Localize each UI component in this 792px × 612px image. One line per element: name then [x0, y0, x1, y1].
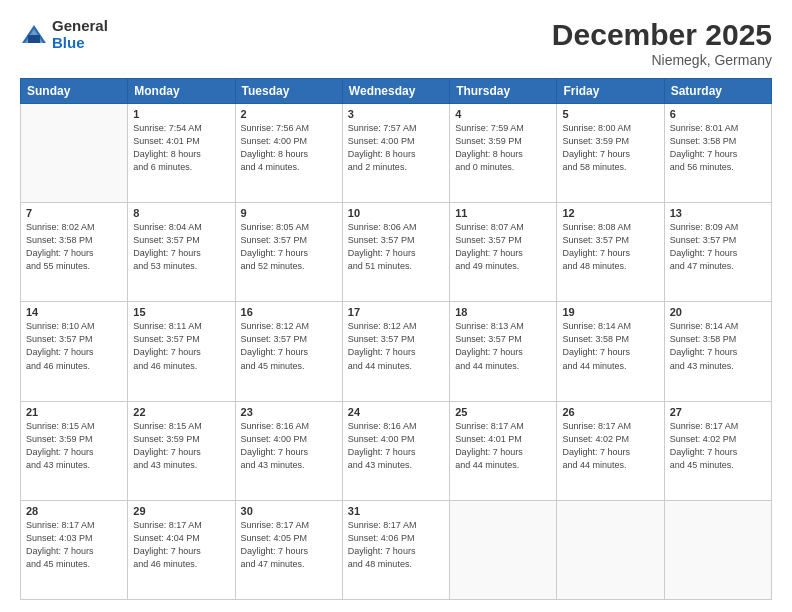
day-number: 17 [348, 306, 444, 318]
table-row: 20Sunrise: 8:14 AM Sunset: 3:58 PM Dayli… [664, 302, 771, 401]
table-row: 1Sunrise: 7:54 AM Sunset: 4:01 PM Daylig… [128, 104, 235, 203]
day-info: Sunrise: 8:07 AM Sunset: 3:57 PM Dayligh… [455, 221, 551, 273]
table-row: 27Sunrise: 8:17 AM Sunset: 4:02 PM Dayli… [664, 401, 771, 500]
day-number: 19 [562, 306, 658, 318]
table-row: 2Sunrise: 7:56 AM Sunset: 4:00 PM Daylig… [235, 104, 342, 203]
day-info: Sunrise: 8:15 AM Sunset: 3:59 PM Dayligh… [26, 420, 122, 472]
day-info: Sunrise: 7:56 AM Sunset: 4:00 PM Dayligh… [241, 122, 337, 174]
col-saturday: Saturday [664, 79, 771, 104]
table-row: 14Sunrise: 8:10 AM Sunset: 3:57 PM Dayli… [21, 302, 128, 401]
table-row [21, 104, 128, 203]
day-info: Sunrise: 8:17 AM Sunset: 4:06 PM Dayligh… [348, 519, 444, 571]
col-monday: Monday [128, 79, 235, 104]
table-row: 17Sunrise: 8:12 AM Sunset: 3:57 PM Dayli… [342, 302, 449, 401]
table-row: 15Sunrise: 8:11 AM Sunset: 3:57 PM Dayli… [128, 302, 235, 401]
table-row: 16Sunrise: 8:12 AM Sunset: 3:57 PM Dayli… [235, 302, 342, 401]
day-number: 27 [670, 406, 766, 418]
table-row [557, 500, 664, 599]
table-row: 8Sunrise: 8:04 AM Sunset: 3:57 PM Daylig… [128, 203, 235, 302]
table-row: 3Sunrise: 7:57 AM Sunset: 4:00 PM Daylig… [342, 104, 449, 203]
day-number: 28 [26, 505, 122, 517]
table-row: 22Sunrise: 8:15 AM Sunset: 3:59 PM Dayli… [128, 401, 235, 500]
day-info: Sunrise: 8:16 AM Sunset: 4:00 PM Dayligh… [348, 420, 444, 472]
calendar-week-row: 1Sunrise: 7:54 AM Sunset: 4:01 PM Daylig… [21, 104, 772, 203]
calendar-header-row: Sunday Monday Tuesday Wednesday Thursday… [21, 79, 772, 104]
calendar-table: Sunday Monday Tuesday Wednesday Thursday… [20, 78, 772, 600]
table-row: 6Sunrise: 8:01 AM Sunset: 3:58 PM Daylig… [664, 104, 771, 203]
table-row: 7Sunrise: 8:02 AM Sunset: 3:58 PM Daylig… [21, 203, 128, 302]
logo-text: General Blue [52, 18, 108, 51]
day-number: 18 [455, 306, 551, 318]
day-number: 23 [241, 406, 337, 418]
table-row: 25Sunrise: 8:17 AM Sunset: 4:01 PM Dayli… [450, 401, 557, 500]
day-number: 13 [670, 207, 766, 219]
month-title: December 2025 [552, 18, 772, 52]
day-number: 3 [348, 108, 444, 120]
logo-general-text: General [52, 18, 108, 35]
day-info: Sunrise: 8:09 AM Sunset: 3:57 PM Dayligh… [670, 221, 766, 273]
day-number: 30 [241, 505, 337, 517]
table-row [450, 500, 557, 599]
day-info: Sunrise: 8:05 AM Sunset: 3:57 PM Dayligh… [241, 221, 337, 273]
day-number: 6 [670, 108, 766, 120]
day-number: 20 [670, 306, 766, 318]
day-info: Sunrise: 8:16 AM Sunset: 4:00 PM Dayligh… [241, 420, 337, 472]
calendar-week-row: 14Sunrise: 8:10 AM Sunset: 3:57 PM Dayli… [21, 302, 772, 401]
logo-blue-text: Blue [52, 35, 108, 52]
day-number: 12 [562, 207, 658, 219]
col-thursday: Thursday [450, 79, 557, 104]
day-number: 8 [133, 207, 229, 219]
table-row: 29Sunrise: 8:17 AM Sunset: 4:04 PM Dayli… [128, 500, 235, 599]
day-info: Sunrise: 8:17 AM Sunset: 4:03 PM Dayligh… [26, 519, 122, 571]
logo: General Blue [20, 18, 108, 51]
svg-marker-2 [28, 35, 40, 43]
calendar-week-row: 7Sunrise: 8:02 AM Sunset: 3:58 PM Daylig… [21, 203, 772, 302]
day-info: Sunrise: 7:57 AM Sunset: 4:00 PM Dayligh… [348, 122, 444, 174]
table-row: 23Sunrise: 8:16 AM Sunset: 4:00 PM Dayli… [235, 401, 342, 500]
day-info: Sunrise: 8:12 AM Sunset: 3:57 PM Dayligh… [348, 320, 444, 372]
day-number: 5 [562, 108, 658, 120]
day-number: 9 [241, 207, 337, 219]
day-number: 31 [348, 505, 444, 517]
day-info: Sunrise: 8:11 AM Sunset: 3:57 PM Dayligh… [133, 320, 229, 372]
day-info: Sunrise: 8:00 AM Sunset: 3:59 PM Dayligh… [562, 122, 658, 174]
day-number: 15 [133, 306, 229, 318]
logo-icon [20, 21, 48, 49]
day-info: Sunrise: 8:17 AM Sunset: 4:01 PM Dayligh… [455, 420, 551, 472]
day-info: Sunrise: 8:15 AM Sunset: 3:59 PM Dayligh… [133, 420, 229, 472]
title-block: December 2025 Niemegk, Germany [552, 18, 772, 68]
day-number: 11 [455, 207, 551, 219]
day-info: Sunrise: 8:13 AM Sunset: 3:57 PM Dayligh… [455, 320, 551, 372]
day-info: Sunrise: 8:10 AM Sunset: 3:57 PM Dayligh… [26, 320, 122, 372]
day-number: 2 [241, 108, 337, 120]
col-wednesday: Wednesday [342, 79, 449, 104]
location: Niemegk, Germany [552, 52, 772, 68]
table-row: 24Sunrise: 8:16 AM Sunset: 4:00 PM Dayli… [342, 401, 449, 500]
table-row: 26Sunrise: 8:17 AM Sunset: 4:02 PM Dayli… [557, 401, 664, 500]
day-info: Sunrise: 7:59 AM Sunset: 3:59 PM Dayligh… [455, 122, 551, 174]
table-row: 12Sunrise: 8:08 AM Sunset: 3:57 PM Dayli… [557, 203, 664, 302]
day-info: Sunrise: 8:17 AM Sunset: 4:02 PM Dayligh… [670, 420, 766, 472]
table-row: 4Sunrise: 7:59 AM Sunset: 3:59 PM Daylig… [450, 104, 557, 203]
day-number: 7 [26, 207, 122, 219]
day-info: Sunrise: 8:08 AM Sunset: 3:57 PM Dayligh… [562, 221, 658, 273]
day-info: Sunrise: 8:14 AM Sunset: 3:58 PM Dayligh… [562, 320, 658, 372]
header: General Blue December 2025 Niemegk, Germ… [20, 18, 772, 68]
page: General Blue December 2025 Niemegk, Germ… [0, 0, 792, 612]
table-row: 10Sunrise: 8:06 AM Sunset: 3:57 PM Dayli… [342, 203, 449, 302]
table-row: 30Sunrise: 8:17 AM Sunset: 4:05 PM Dayli… [235, 500, 342, 599]
day-info: Sunrise: 8:06 AM Sunset: 3:57 PM Dayligh… [348, 221, 444, 273]
day-number: 1 [133, 108, 229, 120]
table-row: 9Sunrise: 8:05 AM Sunset: 3:57 PM Daylig… [235, 203, 342, 302]
col-sunday: Sunday [21, 79, 128, 104]
col-tuesday: Tuesday [235, 79, 342, 104]
day-number: 16 [241, 306, 337, 318]
table-row: 31Sunrise: 8:17 AM Sunset: 4:06 PM Dayli… [342, 500, 449, 599]
day-info: Sunrise: 8:14 AM Sunset: 3:58 PM Dayligh… [670, 320, 766, 372]
day-info: Sunrise: 8:02 AM Sunset: 3:58 PM Dayligh… [26, 221, 122, 273]
col-friday: Friday [557, 79, 664, 104]
day-number: 14 [26, 306, 122, 318]
day-info: Sunrise: 8:17 AM Sunset: 4:02 PM Dayligh… [562, 420, 658, 472]
day-info: Sunrise: 8:17 AM Sunset: 4:04 PM Dayligh… [133, 519, 229, 571]
day-number: 26 [562, 406, 658, 418]
